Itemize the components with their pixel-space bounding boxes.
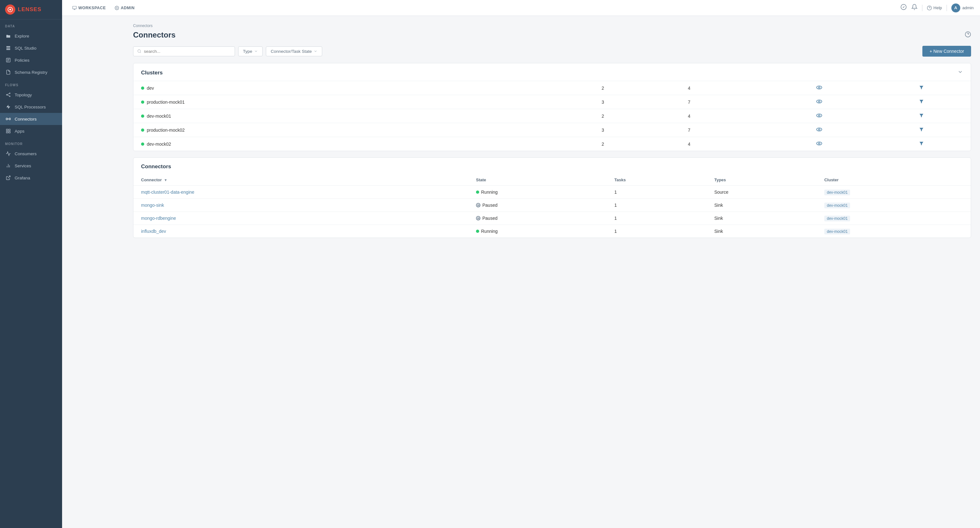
- cluster-filter-button[interactable]: [872, 81, 971, 95]
- help-link[interactable]: Help: [927, 5, 942, 11]
- cluster-count1: 3: [594, 123, 680, 137]
- svg-rect-26: [73, 6, 76, 9]
- svg-rect-21: [9, 132, 10, 133]
- cluster-name: dev-mock02: [147, 141, 171, 147]
- svg-marker-14: [6, 105, 10, 109]
- svg-point-43: [817, 114, 822, 117]
- cluster-view-button[interactable]: [767, 81, 872, 95]
- sidebar-logo[interactable]: LENSES: [0, 0, 62, 19]
- svg-point-49: [817, 142, 822, 145]
- new-connector-button[interactable]: + New Connector: [923, 46, 971, 57]
- cluster-badge[interactable]: dev-mock01: [824, 216, 850, 221]
- cluster-filter-button[interactable]: [872, 123, 971, 137]
- sidebar-item-connectors[interactable]: Connectors: [0, 113, 62, 125]
- state-label: Running: [481, 229, 498, 234]
- svg-line-36: [140, 52, 141, 53]
- svg-line-13: [7, 95, 10, 96]
- topnav-workspace[interactable]: WORKSPACE: [68, 4, 110, 12]
- type-filter-button[interactable]: Type: [238, 46, 262, 56]
- state-badge: Paused: [476, 203, 599, 208]
- sql-icon: [5, 45, 11, 51]
- logo-icon: [5, 5, 15, 14]
- sidebar-item-grafana[interactable]: Grafana: [0, 172, 62, 184]
- connectors-card-header: Connectors: [134, 158, 971, 174]
- bell-icon[interactable]: [911, 4, 918, 12]
- col-state: State: [468, 174, 607, 186]
- cluster-name: dev-mock01: [147, 114, 171, 119]
- sidebar-item-services[interactable]: Services: [0, 160, 62, 172]
- svg-rect-18: [6, 129, 8, 131]
- sidebar-item-topology[interactable]: Topology: [0, 89, 62, 101]
- state-label: Running: [481, 190, 498, 195]
- processors-icon: [5, 104, 11, 110]
- cluster-view-button[interactable]: [767, 137, 872, 151]
- cluster-filter-button[interactable]: [872, 109, 971, 123]
- search-input[interactable]: [144, 49, 231, 54]
- toolbar: Type Connector/Task State + New Connecto…: [133, 46, 971, 57]
- topnav-right: Help A admin: [900, 3, 974, 13]
- connector-link[interactable]: mqtt-cluster01-data-engine: [141, 190, 194, 195]
- sidebar-item-sql-processors[interactable]: SQL Processors: [0, 101, 62, 113]
- svg-line-12: [7, 94, 10, 95]
- cluster-cell: dev-mock01: [817, 225, 971, 238]
- cluster-view-button[interactable]: [767, 95, 872, 109]
- svg-point-1: [9, 9, 11, 10]
- page-help-icon[interactable]: [965, 31, 971, 39]
- svg-rect-19: [9, 129, 10, 131]
- sidebar-item-explore[interactable]: Explore: [0, 30, 62, 42]
- sidebar-section-data: DATA Explore SQL Studio Policies Schema …: [0, 19, 62, 78]
- topnav-admin[interactable]: ADMIN: [111, 4, 138, 12]
- main-content: Connectors Connectors Type Connector/Tas…: [124, 16, 980, 528]
- check-icon[interactable]: [900, 4, 907, 12]
- sort-icon: ▼: [164, 178, 167, 182]
- svg-point-38: [818, 87, 820, 89]
- svg-rect-16: [9, 118, 11, 120]
- page-header: Connectors: [133, 30, 971, 40]
- running-dot: [476, 190, 479, 194]
- topnav-links: WORKSPACE ADMIN: [68, 4, 900, 12]
- state-filter-button[interactable]: Connector/Task State: [266, 46, 322, 56]
- type-cell: Sink: [706, 225, 817, 238]
- svg-point-41: [818, 101, 820, 102]
- cluster-filter-button[interactable]: [872, 137, 971, 151]
- connector-link[interactable]: influxdb_dev: [141, 229, 166, 234]
- sidebar-item-sql-studio[interactable]: SQL Studio: [0, 42, 62, 54]
- sidebar-item-consumers[interactable]: Consumers: [0, 147, 62, 160]
- sidebar-label-policies: Policies: [14, 58, 30, 63]
- sidebar-item-apps[interactable]: Apps: [0, 125, 62, 137]
- connector-link[interactable]: mongo-sink: [141, 203, 164, 208]
- cluster-count2: 7: [680, 123, 767, 137]
- sidebar-item-policies[interactable]: Policies: [0, 54, 62, 66]
- col-connector[interactable]: Connector ▼: [134, 174, 468, 186]
- cluster-filter-button[interactable]: [872, 95, 971, 109]
- search-box[interactable]: [133, 46, 235, 56]
- status-dot: [141, 128, 144, 132]
- svg-marker-42: [920, 100, 923, 103]
- table-row: mqtt-cluster01-data-engine Running 1 Sou…: [134, 186, 971, 199]
- cluster-badge[interactable]: dev-mock01: [824, 203, 850, 208]
- cluster-badge[interactable]: dev-mock01: [824, 229, 850, 235]
- col-tasks: Tasks: [607, 174, 707, 186]
- connector-link[interactable]: mongo-rdbengine: [141, 216, 176, 221]
- cluster-badge[interactable]: dev-mock01: [824, 190, 850, 195]
- connectors-icon: [5, 116, 11, 122]
- services-icon: [5, 163, 11, 169]
- state-label: Paused: [482, 203, 497, 208]
- workspace-label: WORKSPACE: [78, 6, 106, 10]
- sidebar-item-schema-registry[interactable]: Schema Registry: [0, 66, 62, 78]
- sidebar: LENSES DATA Explore SQL Studio Policies: [0, 0, 62, 528]
- clusters-table: dev 2 4 production-mock01 3 7: [134, 81, 971, 151]
- table-row: production-mock01 3 7: [134, 95, 971, 109]
- apps-icon: [5, 128, 11, 134]
- sidebar-label-connectors: Connectors: [14, 117, 37, 122]
- collapse-clusters-button[interactable]: [958, 69, 963, 76]
- svg-rect-20: [6, 132, 8, 133]
- user-menu[interactable]: A admin: [951, 3, 974, 13]
- sidebar-section-monitor: MONITOR Consumers Services Grafana: [0, 137, 62, 184]
- cluster-view-button[interactable]: [767, 123, 872, 137]
- cluster-view-button[interactable]: [767, 109, 872, 123]
- svg-point-29: [116, 7, 118, 9]
- sidebar-label-apps: Apps: [14, 129, 24, 133]
- chevron-down-icon2: [313, 49, 317, 53]
- admin-label: ADMIN: [121, 6, 134, 10]
